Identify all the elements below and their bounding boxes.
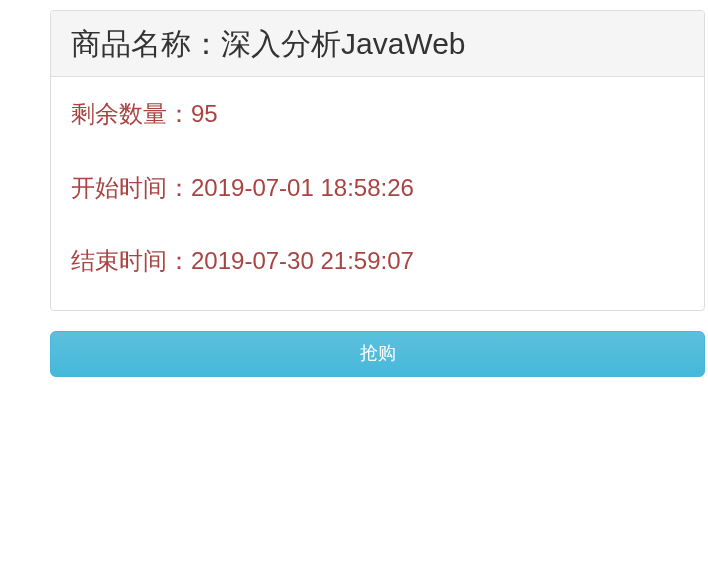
start-time: 开始时间：2019-07-01 18:58:26	[71, 171, 684, 205]
end-value: 2019-07-30 21:59:07	[191, 247, 414, 274]
remaining-value: 95	[191, 100, 218, 127]
buy-button[interactable]: 抢购	[50, 331, 705, 377]
end-label: 结束时间：	[71, 247, 191, 274]
title-label: 商品名称：	[71, 27, 221, 60]
start-value: 2019-07-01 18:58:26	[191, 174, 414, 201]
remaining-quantity: 剩余数量：95	[71, 97, 684, 131]
panel-body: 剩余数量：95 开始时间：2019-07-01 18:58:26 结束时间：20…	[51, 77, 704, 310]
remaining-label: 剩余数量：	[71, 100, 191, 127]
product-title: 商品名称：深入分析JavaWeb	[71, 27, 684, 60]
end-time: 结束时间：2019-07-30 21:59:07	[71, 244, 684, 278]
panel-heading: 商品名称：深入分析JavaWeb	[51, 11, 704, 77]
product-panel: 商品名称：深入分析JavaWeb 剩余数量：95 开始时间：2019-07-01…	[50, 10, 705, 311]
start-label: 开始时间：	[71, 174, 191, 201]
title-value: 深入分析JavaWeb	[221, 27, 466, 60]
